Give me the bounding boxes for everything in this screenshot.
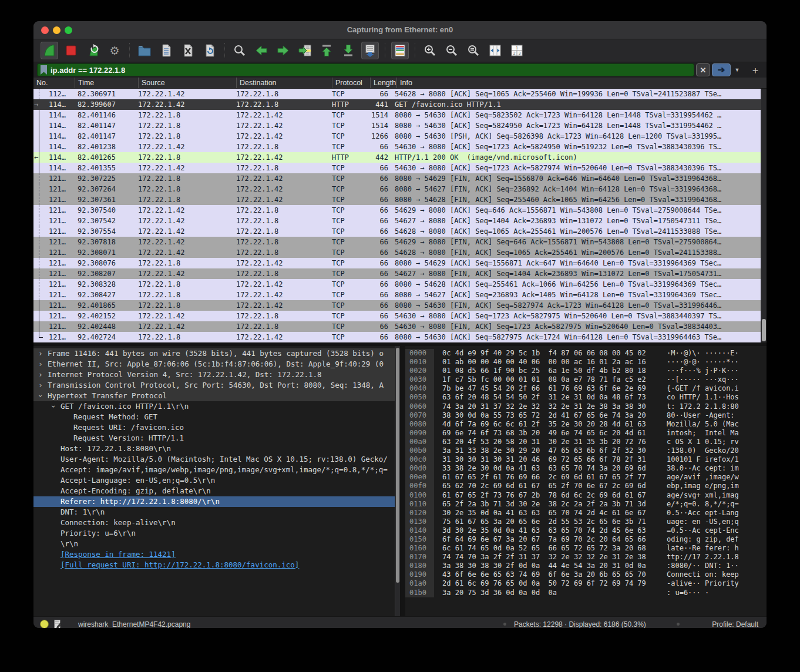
details-line[interactable]: Request URI: /favicon.ico [33,422,400,433]
hex-ascii[interactable]: ttp://17 2.22.1.8 [667,553,739,562]
hex-row[interactable]: 00c031 30 30 31 30 31 20 46 69 72 65 66 … [405,455,767,464]
details-line[interactable]: Priority: u=6\r\n [33,528,400,539]
hex-row[interactable]: 019043 6f 6e 6e 65 63 74 69 6f 6e 3a 20 … [405,570,767,579]
hex-row[interactable]: 001001 ab 00 00 40 00 40 06 00 00 ac 16 … [405,358,767,367]
details-line[interactable]: ›Hypertext Transfer Protocol [33,391,400,401]
packet-row[interactable]: 121…92.308207172.22.1.42172.22.1.8TCP665… [33,268,767,279]
details-line[interactable]: Host: 172.22.1.8:8080\r\n [33,443,400,454]
details-link[interactable]: [Full request URI: http://172.22.1.8:808… [33,560,400,570]
hex-row[interactable]: 00301f c7 5b fc 00 00 01 01 08 0a e7 78 … [405,375,767,384]
details-line[interactable]: ›Frame 11416: 441 bytes on wire (3528 bi… [33,348,400,359]
hex-ascii[interactable]: oding: g zip, def [667,535,739,544]
hex-ascii[interactable]: age/avif ,image/w [667,473,739,482]
packet-row[interactable]: 121…92.401865172.22.1.8172.22.1.42TCP668… [33,300,767,311]
hex-bytes[interactable]: 1f c7 5b fc 00 00 01 01 08 0a e7 78 71 f… [442,375,651,384]
hex-row[interactable]: 012030 2e 35 0d 0a 41 63 63 65 70 74 2d … [405,509,767,518]
details-line[interactable]: ›Internet Protocol Version 4, Src: 172.2… [33,369,400,380]
hex-bytes[interactable]: 3a 31 33 38 2e 30 29 20 47 65 63 6b 6f 2… [442,446,651,455]
hex-bytes[interactable]: 75 61 67 65 3a 20 65 6e 2d 55 53 2c 65 6… [442,518,651,526]
hex-bytes[interactable]: 38 30 0d 0a 55 73 65 72 2d 41 67 65 6e 7… [442,411,651,420]
hex-bytes[interactable]: 6f 64 69 6e 67 3a 20 67 7a 69 70 2c 20 6… [442,535,651,544]
details-line[interactable]: ›Transmission Control Protocol, Src Port… [33,380,400,391]
close-file-button[interactable] [179,42,197,59]
hex-row[interactable]: 005063 6f 20 48 54 54 50 2f 31 2e 31 0d … [405,393,767,402]
colorize-packets-button[interactable] [391,42,409,59]
details-line[interactable]: User-Agent: Mozilla/5.0 (Macintosh; Inte… [33,454,400,465]
packet-row[interactable]: ←114…82.401265172.22.1.8172.22.1.42HTTP4… [33,152,767,163]
collapse-chevron-icon[interactable]: › [35,394,46,398]
details-line[interactable]: Accept-Language: en-US,en;q=0.5\r\n [33,475,400,486]
hex-row[interactable]: 01506f 64 69 6e 67 3a 20 67 7a 69 70 2c … [405,535,767,544]
details-line[interactable]: Request Method: GET [33,412,400,422]
hex-ascii[interactable]: ·M··@)\· ······E· [667,349,739,358]
hex-ascii[interactable]: =0.5··Ac cept-Enc [667,526,739,535]
packet-row[interactable]: 121…92.308071172.22.1.42172.22.1.8TCP665… [33,247,767,258]
hex-ascii[interactable]: 0.5··Acc ept-Lang [667,509,739,518]
column-header-info[interactable]: Info [396,78,767,88]
resize-columns-button[interactable] [486,42,504,59]
packet-row[interactable]: 121…92.307818172.22.1.42172.22.1.8TCP665… [33,237,767,247]
hex-bytes[interactable]: 74 74 70 3a 2f 2f 31 37 32 2e 32 32 2e 3… [442,553,651,562]
hex-row[interactable]: 010061 67 65 2f 73 76 67 2b 78 6d 6c 2c … [405,491,767,500]
hex-bytes[interactable]: 65 2f 2a 3b 71 3d 30 2e 38 2c 2a 2f 2a 3… [442,500,651,509]
details-link[interactable]: [Response in frame: 11421] [33,549,400,560]
hex-ascii[interactable]: 100101 F irefox/1 [667,455,739,464]
hex-row[interactable]: 00b03a 31 33 38 2e 30 29 20 47 65 63 6b … [405,446,767,455]
hex-bytes[interactable]: 2d 61 6c 69 76 65 0d 0a 50 72 69 6f 72 6… [442,579,651,588]
hex-bytes[interactable]: 69 6e 74 6f 73 68 3b 20 49 6e 74 65 6c 2… [442,429,651,438]
apply-filter-button[interactable]: ➔ [712,63,731,76]
hex-ascii[interactable]: Connecti on: keep [667,570,739,579]
collapse-chevron-icon[interactable]: › [48,404,59,409]
expand-chevron-icon[interactable]: › [38,369,43,380]
details-line[interactable]: Accept-Encoding: gzip, deflate\r\n [33,486,400,496]
clear-filter-button[interactable]: ✕ [696,63,710,76]
hex-row[interactable]: 017074 74 70 3a 2f 2f 31 37 32 2e 32 32 … [405,553,767,562]
auto-scroll-button[interactable] [361,42,379,59]
profile-indicator[interactable]: Profile: Default [712,620,758,629]
hex-row[interactable]: 00f065 62 70 2c 69 6d 61 67 65 2f 70 6e … [405,482,767,490]
hex-bytes[interactable]: 3a 38 30 38 30 2f 0d 0a 44 4e 54 3a 20 3… [442,562,651,570]
vertical-splitter[interactable] [400,346,405,616]
bookmark-icon[interactable] [40,65,48,75]
hex-bytes[interactable]: 43 6f 6e 6e 65 63 74 69 6f 6e 3a 20 6b 6… [442,570,651,579]
packet-row[interactable]: 114…82.401147172.22.1.8172.22.1.42TCP151… [33,120,767,131]
hex-bytes[interactable]: 33 38 2e 30 0d 0a 41 63 63 65 70 74 3a 2… [442,464,651,473]
details-scrollbar[interactable] [395,346,400,616]
hex-bytes[interactable]: 3a 20 75 3d 36 0d 0a 0d 0a [442,589,651,597]
expand-chevron-icon[interactable]: › [38,380,43,391]
zoom-out-button[interactable] [443,42,460,59]
details-line[interactable]: Referer: http://172.22.1.8:8080/\r\n [33,496,400,507]
hex-ascii[interactable]: late··Re ferer: h [667,544,739,553]
hex-ascii[interactable]: : u=6··· · [667,589,709,597]
packet-row[interactable]: 121…92.307225172.22.1.8172.22.1.42TCP668… [33,173,767,184]
hex-ascii[interactable]: c OS X 1 0.15; rv [667,438,739,446]
hex-ascii[interactable]: -alive·· Priority [667,579,739,588]
capture-file-edit-icon[interactable] [54,620,62,628]
reload-file-button[interactable] [201,42,219,59]
restart-capture-button[interactable] [84,42,102,59]
column-header-length[interactable]: Length [370,78,396,88]
hex-row[interactable]: 01803a 38 30 38 30 2f 0d 0a 44 4e 54 3a … [405,562,767,570]
hex-bytes[interactable]: 6c 61 74 65 0d 0a 52 65 66 65 72 65 72 3… [442,544,651,553]
packet-row[interactable]: 121…92.308427172.22.1.8172.22.1.42TCP668… [33,290,767,300]
details-line[interactable]: DNT: 1\r\n [33,507,400,518]
go-forward-button[interactable] [274,42,292,59]
hex-ascii[interactable]: t: 172.2 2.1.8:80 [667,402,739,411]
hex-bytes[interactable]: 61 67 65 2f 73 76 67 2b 78 6d 6c 2c 69 6… [442,491,651,500]
open-file-button[interactable] [136,42,153,59]
column-header-time[interactable]: Time [75,78,138,88]
packet-row[interactable]: 121…92.402152172.22.1.42172.22.1.8TCP665… [33,311,767,321]
column-header-destination[interactable]: Destination [236,78,332,88]
expert-info-icon[interactable] [40,620,49,628]
filter-expression[interactable]: ip.addr == 172.22.1.8 [51,66,125,75]
go-to-top-button[interactable] [318,42,335,59]
hex-ascii[interactable]: co HTTP/ 1.1··Hos [667,393,739,402]
hex-ascii[interactable]: :8080/·· DNT: 1·· [667,562,739,570]
details-line[interactable]: ›GET /favicon.ico HTTP/1.1\r\n [33,401,400,412]
find-packet-button[interactable] [231,42,248,59]
stop-capture-button[interactable] [62,42,80,59]
hex-row[interactable]: 009069 6e 74 6f 73 68 3b 20 49 6e 74 65 … [405,429,767,438]
packet-row[interactable]: 121…92.402724172.22.1.8172.22.1.42TCP668… [33,332,767,342]
details-line[interactable]: Request Version: HTTP/1.1 [33,433,400,443]
hex-bytes[interactable]: 63 20 4f 53 20 58 20 31 30 2e 31 35 3b 2… [442,438,651,446]
